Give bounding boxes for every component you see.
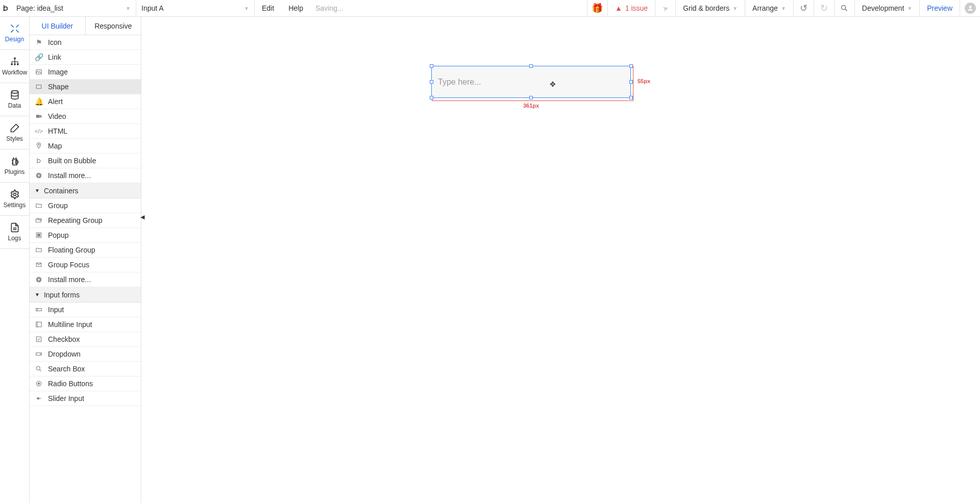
page-selector-label: Page: idea_list: [16, 4, 63, 12]
svg-point-2: [969, 6, 971, 8]
edit-button[interactable]: Edit: [255, 0, 281, 17]
selected-input-element[interactable]: Type here...: [431, 66, 631, 98]
logo-icon[interactable]: [0, 0, 11, 17]
issues-button[interactable]: ▲ 1 issue: [607, 0, 655, 17]
rail-workflow[interactable]: Workflow: [0, 50, 29, 83]
palette-list[interactable]: ⚑ Icon 🔗 Link Image Shape 🔔 Alert: [30, 35, 141, 503]
rail-styles[interactable]: Styles: [0, 116, 29, 149]
palette-item-install-more-containers[interactable]: Install more...: [30, 272, 141, 287]
rail-label: Design: [5, 36, 24, 43]
palette-item-label: Install more...: [48, 171, 91, 180]
palette-item-label: Map: [48, 142, 62, 150]
element-palette: UI Builder Responsive ⚑ Icon 🔗 Link Imag…: [30, 17, 141, 503]
arrange-dropdown[interactable]: Arrange ▼: [745, 0, 793, 17]
radio-icon: [35, 380, 43, 388]
palette-item-built-on-bubble[interactable]: Built on Bubble: [30, 154, 141, 168]
redo-button[interactable]: ↻: [814, 0, 834, 17]
palette-item-alert[interactable]: 🔔 Alert: [30, 94, 141, 109]
avatar-icon: [965, 3, 976, 14]
chevron-down-icon: ▼: [781, 6, 786, 11]
code-icon: </>: [35, 127, 43, 135]
svg-rect-11: [36, 85, 41, 89]
tab-ui-builder[interactable]: UI Builder: [30, 17, 86, 35]
palette-item-label: Repeating Group: [48, 216, 103, 224]
palette-item-video[interactable]: Video: [30, 109, 141, 124]
palette-item-dropdown[interactable]: Dropdown: [30, 347, 141, 362]
help-button[interactable]: Help: [281, 0, 310, 17]
flag-icon: ⚑: [35, 38, 43, 46]
canvas[interactable]: Type here... 361px 55px ✥: [141, 17, 980, 503]
preview-button[interactable]: Preview: [919, 0, 960, 17]
environment-dropdown[interactable]: Development ▼: [854, 0, 919, 17]
palette-item-map[interactable]: Map: [30, 139, 141, 154]
rail-design[interactable]: Design: [0, 17, 29, 50]
environment-label: Development: [862, 4, 904, 12]
rail-settings[interactable]: Settings: [0, 183, 29, 216]
rail-data[interactable]: Data: [0, 83, 29, 116]
rail-plugins[interactable]: Plugins: [0, 149, 29, 183]
video-icon: [35, 112, 43, 120]
shape-icon: [35, 83, 43, 91]
palette-item-multiline-input[interactable]: Multiline Input: [30, 317, 141, 332]
svg-point-26: [38, 383, 40, 385]
palette-item-popup[interactable]: Popup: [30, 228, 141, 243]
chevron-down-icon: ▼: [126, 6, 131, 11]
section-containers[interactable]: ▼ Containers: [30, 183, 141, 198]
bell-icon: 🔔: [35, 97, 43, 106]
input-icon: [35, 306, 43, 314]
palette-item-search-box[interactable]: Search Box: [30, 362, 141, 376]
focus-icon: [35, 261, 43, 269]
palette-item-icon[interactable]: ⚑ Icon: [30, 35, 141, 50]
slider-icon: [35, 394, 43, 403]
gift-icon[interactable]: 🎁: [587, 0, 607, 17]
palette-item-label: Video: [48, 112, 66, 120]
palette-item-group-focus[interactable]: Group Focus: [30, 258, 141, 272]
palette-item-floating-group[interactable]: Floating Group: [30, 243, 141, 258]
palette-item-input[interactable]: Input: [30, 303, 141, 317]
palette-item-shape[interactable]: Shape: [30, 80, 141, 94]
palette-item-slider-input[interactable]: Slider Input: [30, 391, 141, 406]
rail-logs[interactable]: Logs: [0, 216, 29, 249]
user-avatar[interactable]: [960, 0, 980, 17]
section-input-forms[interactable]: ▼ Input forms: [30, 287, 141, 303]
undo-button[interactable]: ↺: [793, 0, 814, 17]
issues-label: 1 issue: [625, 4, 648, 12]
pointer-icon[interactable]: ➤: [655, 0, 675, 17]
link-icon: 🔗: [35, 53, 43, 61]
palette-item-install-more[interactable]: Install more...: [30, 168, 141, 183]
tab-responsive[interactable]: Responsive: [86, 17, 141, 35]
palette-item-group[interactable]: Group: [30, 198, 141, 213]
pin-icon: [35, 142, 43, 150]
palette-item-checkbox[interactable]: Checkbox: [30, 332, 141, 347]
resize-handle-n[interactable]: [529, 64, 533, 68]
palette-item-label: Popup: [48, 231, 68, 239]
search-button[interactable]: [834, 0, 854, 17]
grid-borders-label: Grid & borders: [683, 4, 729, 12]
palette-item-label: Multiline Input: [48, 320, 92, 329]
rail-label: Workflow: [2, 69, 27, 76]
palette-item-link[interactable]: 🔗 Link: [30, 50, 141, 65]
resize-handle-w[interactable]: [430, 80, 433, 84]
palette-item-repeating-group[interactable]: Repeating Group: [30, 213, 141, 228]
caret-down-icon: ▼: [35, 188, 40, 193]
collapse-panel-handle[interactable]: ◀: [140, 211, 145, 223]
page-selector[interactable]: Page: idea_list ▼: [11, 0, 136, 17]
palette-item-html[interactable]: </> HTML: [30, 124, 141, 139]
palette-item-label: Built on Bubble: [48, 157, 96, 165]
grid-borders-dropdown[interactable]: Grid & borders ▼: [675, 0, 745, 17]
resize-handle-s[interactable]: [529, 96, 533, 99]
palette-item-label: Slider Input: [48, 394, 84, 403]
palette-item-image[interactable]: Image: [30, 65, 141, 80]
svg-line-24: [40, 370, 41, 371]
palette-item-radio-buttons[interactable]: Radio Buttons: [30, 376, 141, 391]
resize-handle-se[interactable]: [629, 96, 633, 99]
resize-handle-e[interactable]: [629, 80, 633, 84]
resize-handle-sw[interactable]: [430, 96, 433, 99]
caret-down-icon: ▼: [35, 292, 40, 297]
resize-handle-nw[interactable]: [430, 64, 433, 68]
svg-rect-21: [36, 337, 41, 341]
palette-item-label: Install more...: [48, 275, 91, 284]
resize-handle-ne[interactable]: [629, 64, 633, 68]
palette-item-label: Input: [48, 306, 64, 314]
element-selector[interactable]: Input A ▼: [136, 0, 255, 17]
